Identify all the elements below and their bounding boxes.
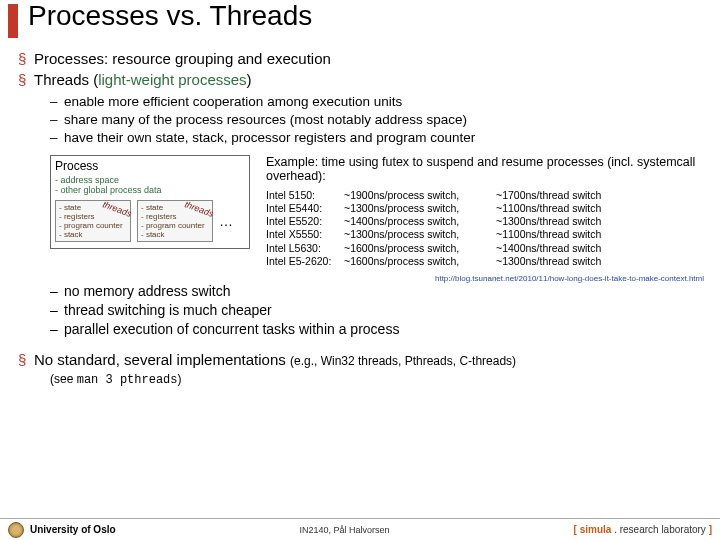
cpu-cell: Intel E5520: bbox=[266, 215, 344, 228]
bullet-threads-pre: Threads ( bbox=[34, 71, 98, 88]
proc-cell: ~1300ns/process switch, bbox=[344, 228, 496, 241]
ellipsis-icon: … bbox=[219, 213, 235, 229]
seeman-pre: (see bbox=[50, 372, 77, 386]
table-row: Intel 5150: ~1900ns/process switch, ~170… bbox=[266, 189, 710, 202]
no-standard-eg: (e.g., Win32 threads, Pthreads, C-thread… bbox=[290, 354, 516, 368]
footer-course: IN2140, Pål Halvorsen bbox=[300, 525, 390, 535]
proc-cell: ~1400ns/process switch, bbox=[344, 215, 496, 228]
example-title: Example: time using futex to suspend and… bbox=[266, 155, 710, 183]
sub2-parallel-exec: parallel execution of concurrent tasks w… bbox=[50, 321, 710, 337]
thr-cell: ~1100ns/thread switch bbox=[496, 228, 626, 241]
process-diagram: Process - address space - other global p… bbox=[50, 155, 250, 249]
cpu-cell: Intel X5550: bbox=[266, 228, 344, 241]
shared-line-1: - address space bbox=[55, 175, 245, 185]
cpu-cell: Intel E5-2620: bbox=[266, 255, 344, 268]
footer-university: University of Oslo bbox=[30, 524, 116, 535]
man-command: man 3 pthreads bbox=[77, 373, 178, 387]
cpu-cell: Intel L5630: bbox=[266, 242, 344, 255]
thr-cell: ~1100ns/thread switch bbox=[496, 202, 626, 215]
thread-box: threads - state - registers - program co… bbox=[137, 200, 213, 243]
thr-cell: ~1300ns/thread switch bbox=[496, 255, 626, 268]
proc-cell: ~1300ns/process switch, bbox=[344, 202, 496, 215]
table-row: Intel E5-2620: ~1600ns/process switch, ~… bbox=[266, 255, 710, 268]
title-accent-bar bbox=[8, 4, 18, 38]
process-header: Process bbox=[55, 159, 245, 173]
shared-line-2: - other global process data bbox=[55, 185, 245, 195]
sub2-no-addr-switch: no memory address switch bbox=[50, 283, 710, 299]
example-block: Example: time using futex to suspend and… bbox=[266, 155, 710, 268]
slide-content: Processes: resource grouping and executi… bbox=[18, 50, 710, 387]
source-link[interactable]: http://blog.tsunanet.net/2010/11/how-lon… bbox=[18, 274, 704, 283]
sub2-cheaper-switch: thread switching is much cheaper bbox=[50, 302, 710, 318]
bullet-threads-post: ) bbox=[247, 71, 252, 88]
footer-lab: [ simula . research laboratory ] bbox=[574, 524, 712, 535]
no-standard-main: No standard, several implementations bbox=[34, 351, 290, 368]
thr-cell: ~1300ns/thread switch bbox=[496, 215, 626, 228]
table-row: Intel X5550: ~1300ns/process switch, ~11… bbox=[266, 228, 710, 241]
process-shared-data: - address space - other global process d… bbox=[55, 175, 245, 196]
thread-line: - stack bbox=[59, 230, 127, 239]
table-row: Intel E5440: ~1300ns/process switch, ~11… bbox=[266, 202, 710, 215]
simula-text: simula bbox=[580, 524, 612, 535]
slide-title: Processes vs. Threads bbox=[28, 0, 312, 32]
bullet-no-standard: No standard, several implementations (e.… bbox=[18, 351, 710, 368]
table-row: Intel L5630: ~1600ns/process switch, ~14… bbox=[266, 242, 710, 255]
thread-box: threads - state - registers - program co… bbox=[55, 200, 131, 243]
table-row: Intel E5520: ~1400ns/process switch, ~13… bbox=[266, 215, 710, 228]
slide-footer: University of Oslo IN2140, Pål Halvorsen… bbox=[0, 518, 720, 540]
thr-cell: ~1400ns/thread switch bbox=[496, 242, 626, 255]
bullet-threads: Threads (light-weight processes) enable … bbox=[18, 71, 710, 145]
cpu-cell: Intel E5440: bbox=[266, 202, 344, 215]
thr-cell: ~1700ns/thread switch bbox=[496, 189, 626, 202]
proc-cell: ~1600ns/process switch, bbox=[344, 242, 496, 255]
sub-share-resources: share many of the process resources (mos… bbox=[50, 112, 710, 127]
thread-line: - stack bbox=[141, 230, 209, 239]
research-lab-text: . research laboratory bbox=[611, 524, 708, 535]
proc-cell: ~1900ns/process switch, bbox=[344, 189, 496, 202]
cpu-cell: Intel 5150: bbox=[266, 189, 344, 202]
seeman-post: ) bbox=[178, 372, 182, 386]
bullet-threads-lwp: light-weight processes bbox=[98, 71, 246, 88]
proc-cell: ~1600ns/process switch, bbox=[344, 255, 496, 268]
see-man-line: (see man 3 pthreads) bbox=[50, 372, 710, 387]
bullet-processes: Processes: resource grouping and executi… bbox=[18, 50, 710, 67]
uio-seal-icon bbox=[8, 522, 24, 538]
sub-efficient-coop: enable more efficient cooperation among … bbox=[50, 94, 710, 109]
thread-line: - program counter bbox=[59, 221, 127, 230]
example-table: Intel 5150: ~1900ns/process switch, ~170… bbox=[266, 189, 710, 268]
thread-line: - program counter bbox=[141, 221, 209, 230]
sub-own-state: have their own state, stack, processor r… bbox=[50, 130, 710, 145]
bracket-close: ] bbox=[709, 524, 712, 535]
